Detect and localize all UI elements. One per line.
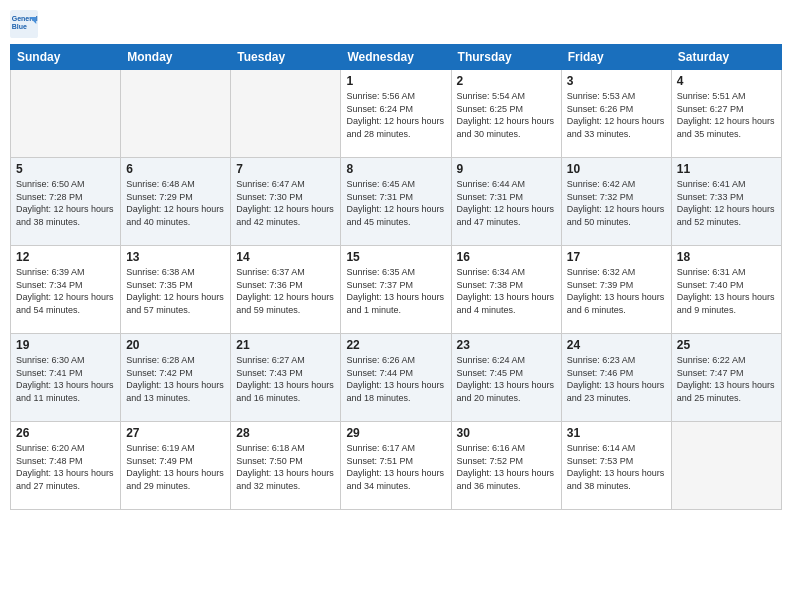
calendar-cell: 23Sunrise: 6:24 AMSunset: 7:45 PMDayligh… — [451, 334, 561, 422]
calendar-cell: 29Sunrise: 6:17 AMSunset: 7:51 PMDayligh… — [341, 422, 451, 510]
day-number: 9 — [457, 162, 556, 176]
day-info: Sunrise: 6:18 AMSunset: 7:50 PMDaylight:… — [236, 442, 335, 492]
calendar-cell: 26Sunrise: 6:20 AMSunset: 7:48 PMDayligh… — [11, 422, 121, 510]
day-number: 21 — [236, 338, 335, 352]
calendar-cell: 10Sunrise: 6:42 AMSunset: 7:32 PMDayligh… — [561, 158, 671, 246]
day-number: 20 — [126, 338, 225, 352]
calendar-cell: 11Sunrise: 6:41 AMSunset: 7:33 PMDayligh… — [671, 158, 781, 246]
day-number: 31 — [567, 426, 666, 440]
day-info: Sunrise: 5:51 AMSunset: 6:27 PMDaylight:… — [677, 90, 776, 140]
calendar-cell: 5Sunrise: 6:50 AMSunset: 7:28 PMDaylight… — [11, 158, 121, 246]
calendar-cell: 2Sunrise: 5:54 AMSunset: 6:25 PMDaylight… — [451, 70, 561, 158]
day-number: 29 — [346, 426, 445, 440]
day-number: 3 — [567, 74, 666, 88]
day-number: 18 — [677, 250, 776, 264]
day-info: Sunrise: 6:38 AMSunset: 7:35 PMDaylight:… — [126, 266, 225, 316]
weekday-header-thursday: Thursday — [451, 45, 561, 70]
day-info: Sunrise: 6:44 AMSunset: 7:31 PMDaylight:… — [457, 178, 556, 228]
day-info: Sunrise: 6:16 AMSunset: 7:52 PMDaylight:… — [457, 442, 556, 492]
weekday-header-friday: Friday — [561, 45, 671, 70]
calendar-cell: 3Sunrise: 5:53 AMSunset: 6:26 PMDaylight… — [561, 70, 671, 158]
day-number: 23 — [457, 338, 556, 352]
day-info: Sunrise: 6:39 AMSunset: 7:34 PMDaylight:… — [16, 266, 115, 316]
calendar-cell: 6Sunrise: 6:48 AMSunset: 7:29 PMDaylight… — [121, 158, 231, 246]
day-number: 13 — [126, 250, 225, 264]
calendar-cell: 12Sunrise: 6:39 AMSunset: 7:34 PMDayligh… — [11, 246, 121, 334]
day-number: 6 — [126, 162, 225, 176]
calendar-cell: 21Sunrise: 6:27 AMSunset: 7:43 PMDayligh… — [231, 334, 341, 422]
calendar-cell: 9Sunrise: 6:44 AMSunset: 7:31 PMDaylight… — [451, 158, 561, 246]
calendar-cell: 7Sunrise: 6:47 AMSunset: 7:30 PMDaylight… — [231, 158, 341, 246]
calendar-cell: 20Sunrise: 6:28 AMSunset: 7:42 PMDayligh… — [121, 334, 231, 422]
day-number: 28 — [236, 426, 335, 440]
day-number: 7 — [236, 162, 335, 176]
calendar-week-row: 26Sunrise: 6:20 AMSunset: 7:48 PMDayligh… — [11, 422, 782, 510]
day-info: Sunrise: 6:42 AMSunset: 7:32 PMDaylight:… — [567, 178, 666, 228]
day-number: 4 — [677, 74, 776, 88]
day-info: Sunrise: 6:41 AMSunset: 7:33 PMDaylight:… — [677, 178, 776, 228]
day-number: 27 — [126, 426, 225, 440]
calendar-cell: 15Sunrise: 6:35 AMSunset: 7:37 PMDayligh… — [341, 246, 451, 334]
weekday-header-sunday: Sunday — [11, 45, 121, 70]
calendar-cell: 27Sunrise: 6:19 AMSunset: 7:49 PMDayligh… — [121, 422, 231, 510]
day-info: Sunrise: 6:27 AMSunset: 7:43 PMDaylight:… — [236, 354, 335, 404]
calendar-cell: 31Sunrise: 6:14 AMSunset: 7:53 PMDayligh… — [561, 422, 671, 510]
logo-icon: General Blue — [10, 10, 38, 38]
weekday-header-saturday: Saturday — [671, 45, 781, 70]
day-info: Sunrise: 6:24 AMSunset: 7:45 PMDaylight:… — [457, 354, 556, 404]
calendar-cell: 4Sunrise: 5:51 AMSunset: 6:27 PMDaylight… — [671, 70, 781, 158]
day-number: 19 — [16, 338, 115, 352]
calendar-cell: 18Sunrise: 6:31 AMSunset: 7:40 PMDayligh… — [671, 246, 781, 334]
calendar-table: SundayMondayTuesdayWednesdayThursdayFrid… — [10, 44, 782, 510]
page-container: General Blue SundayMondayTuesdayWednesda… — [0, 0, 792, 515]
weekday-header-wednesday: Wednesday — [341, 45, 451, 70]
calendar-cell: 13Sunrise: 6:38 AMSunset: 7:35 PMDayligh… — [121, 246, 231, 334]
day-number: 12 — [16, 250, 115, 264]
day-info: Sunrise: 6:20 AMSunset: 7:48 PMDaylight:… — [16, 442, 115, 492]
day-info: Sunrise: 6:47 AMSunset: 7:30 PMDaylight:… — [236, 178, 335, 228]
day-info: Sunrise: 6:26 AMSunset: 7:44 PMDaylight:… — [346, 354, 445, 404]
calendar-cell: 25Sunrise: 6:22 AMSunset: 7:47 PMDayligh… — [671, 334, 781, 422]
day-info: Sunrise: 5:53 AMSunset: 6:26 PMDaylight:… — [567, 90, 666, 140]
calendar-week-row: 1Sunrise: 5:56 AMSunset: 6:24 PMDaylight… — [11, 70, 782, 158]
calendar-week-row: 5Sunrise: 6:50 AMSunset: 7:28 PMDaylight… — [11, 158, 782, 246]
day-info: Sunrise: 6:31 AMSunset: 7:40 PMDaylight:… — [677, 266, 776, 316]
logo: General Blue — [10, 10, 42, 38]
calendar-cell: 1Sunrise: 5:56 AMSunset: 6:24 PMDaylight… — [341, 70, 451, 158]
day-info: Sunrise: 6:45 AMSunset: 7:31 PMDaylight:… — [346, 178, 445, 228]
weekday-header-row: SundayMondayTuesdayWednesdayThursdayFrid… — [11, 45, 782, 70]
day-number: 22 — [346, 338, 445, 352]
calendar-cell — [11, 70, 121, 158]
calendar-cell — [121, 70, 231, 158]
weekday-header-tuesday: Tuesday — [231, 45, 341, 70]
day-number: 10 — [567, 162, 666, 176]
day-number: 24 — [567, 338, 666, 352]
day-info: Sunrise: 6:22 AMSunset: 7:47 PMDaylight:… — [677, 354, 776, 404]
day-info: Sunrise: 6:28 AMSunset: 7:42 PMDaylight:… — [126, 354, 225, 404]
day-info: Sunrise: 6:37 AMSunset: 7:36 PMDaylight:… — [236, 266, 335, 316]
calendar-cell: 22Sunrise: 6:26 AMSunset: 7:44 PMDayligh… — [341, 334, 451, 422]
calendar-week-row: 19Sunrise: 6:30 AMSunset: 7:41 PMDayligh… — [11, 334, 782, 422]
day-number: 15 — [346, 250, 445, 264]
day-number: 11 — [677, 162, 776, 176]
calendar-cell: 30Sunrise: 6:16 AMSunset: 7:52 PMDayligh… — [451, 422, 561, 510]
day-number: 8 — [346, 162, 445, 176]
day-number: 17 — [567, 250, 666, 264]
day-info: Sunrise: 6:19 AMSunset: 7:49 PMDaylight:… — [126, 442, 225, 492]
calendar-cell: 24Sunrise: 6:23 AMSunset: 7:46 PMDayligh… — [561, 334, 671, 422]
weekday-header-monday: Monday — [121, 45, 231, 70]
calendar-cell: 28Sunrise: 6:18 AMSunset: 7:50 PMDayligh… — [231, 422, 341, 510]
day-number: 14 — [236, 250, 335, 264]
day-info: Sunrise: 6:35 AMSunset: 7:37 PMDaylight:… — [346, 266, 445, 316]
svg-text:Blue: Blue — [12, 23, 27, 30]
calendar-cell: 14Sunrise: 6:37 AMSunset: 7:36 PMDayligh… — [231, 246, 341, 334]
day-info: Sunrise: 6:34 AMSunset: 7:38 PMDaylight:… — [457, 266, 556, 316]
calendar-cell — [671, 422, 781, 510]
day-number: 2 — [457, 74, 556, 88]
day-info: Sunrise: 5:54 AMSunset: 6:25 PMDaylight:… — [457, 90, 556, 140]
calendar-cell: 16Sunrise: 6:34 AMSunset: 7:38 PMDayligh… — [451, 246, 561, 334]
header: General Blue — [10, 10, 782, 38]
day-info: Sunrise: 6:50 AMSunset: 7:28 PMDaylight:… — [16, 178, 115, 228]
calendar-cell: 8Sunrise: 6:45 AMSunset: 7:31 PMDaylight… — [341, 158, 451, 246]
day-info: Sunrise: 6:14 AMSunset: 7:53 PMDaylight:… — [567, 442, 666, 492]
